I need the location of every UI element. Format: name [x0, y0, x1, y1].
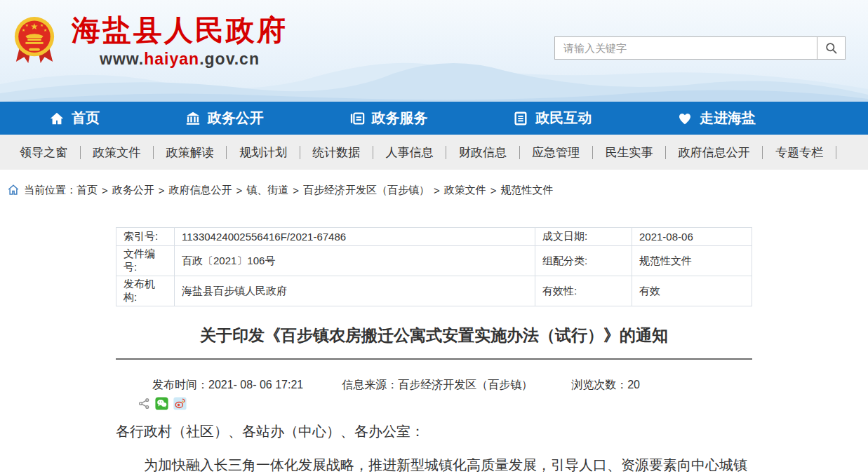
crumb-gov-open[interactable]: 政务公开	[112, 184, 154, 197]
crumb-towns[interactable]: 镇、街道	[246, 184, 288, 197]
nav-label: 首页	[72, 109, 100, 128]
validity-label: 有效性:	[535, 276, 632, 306]
subnav-item-leaders[interactable]: 领导之窗	[20, 144, 67, 161]
info-source: 信息来源：百步经济开发区（百步镇）	[342, 378, 533, 393]
nav-label: 走进海盐	[700, 109, 756, 128]
brand-text: 海盐县人民政府 www.haiyan.gov.cn	[72, 14, 288, 69]
divider	[153, 146, 154, 159]
breadcrumb: 当前位置： 首页> 政务公开> 政府信息公开> 镇、街道> 百步经济开发区（百步…	[0, 182, 868, 198]
wechat-share-icon[interactable]	[155, 397, 168, 410]
nav-label: 政民互动	[535, 109, 592, 128]
divider	[373, 146, 373, 159]
subnav-item-livelihood[interactable]: 民生实事	[606, 144, 653, 161]
search-bar	[554, 36, 846, 60]
crumb-policy-docs[interactable]: 政策文件	[444, 184, 486, 197]
article-paragraph: 为加快融入长三角一体化发展战略，推进新型城镇化高质量发展，引导人口、资源要素向中…	[116, 449, 752, 474]
site-url: www.haiyan.gov.cn	[72, 50, 288, 69]
issuer-label: 发布机构:	[116, 276, 175, 306]
crumb-baibu-zone[interactable]: 百步经济开发区（百步镇）	[303, 184, 429, 197]
divider	[665, 146, 666, 159]
crumb-normative: 规范性文件	[501, 184, 554, 197]
subnav-item-policy-read[interactable]: 政策解读	[166, 144, 214, 161]
article-meta: 发布时间：2021- 08- 06 17:21 信息来源：百步经济开发区（百步镇…	[116, 378, 752, 393]
home-icon	[49, 111, 65, 126]
validity-value: 有效	[632, 276, 752, 306]
publish-time-label: 发布时间：	[152, 379, 208, 391]
issuer-value: 海盐县百步镇人民政府	[175, 276, 535, 306]
subnav-item-policy-docs[interactable]: 政策文件	[93, 144, 140, 161]
divider	[80, 146, 81, 159]
article-container: 索引号: 11330424002556416F/2021-67486 成文日期:…	[116, 227, 752, 474]
search-button[interactable]	[817, 37, 845, 59]
home-outline-icon	[7, 184, 20, 196]
crumb-gov-info[interactable]: 政府信息公开	[169, 184, 232, 197]
svg-text:★: ★	[40, 23, 44, 27]
divider	[592, 146, 593, 159]
nav-label: 政务公开	[208, 109, 264, 128]
heart-icon	[677, 111, 693, 126]
national-emblem-icon: ★ ★ ★ ★ ★	[13, 14, 56, 67]
divider	[519, 146, 520, 159]
subnav-item-personnel[interactable]: 人事信息	[386, 144, 434, 161]
subnav-item-plans[interactable]: 规划计划	[239, 144, 287, 161]
main-navigation: 首页 政务公开 政务服务 政民互动 走进海盐	[0, 102, 868, 135]
search-input[interactable]	[555, 37, 817, 59]
publish-time-value: 2021- 08- 06 17:21	[208, 379, 303, 391]
category-value: 规范性文件	[632, 246, 752, 276]
share-bar	[116, 397, 752, 410]
svg-text:★: ★	[25, 23, 29, 27]
svg-text:★: ★	[44, 28, 47, 32]
breadcrumb-separator: >	[490, 184, 497, 196]
nav-item-gov-service[interactable]: 政务服务	[349, 109, 428, 128]
site-title: 海盐县人民政府	[72, 14, 288, 47]
url-prefix: www.	[100, 50, 144, 68]
site-logo[interactable]: ★ ★ ★ ★ ★ 海盐县人民政府 www.haiyan.gov.cn	[13, 14, 288, 69]
table-row: 发布机构: 海盐县百步镇人民政府 有效性: 有效	[116, 276, 752, 306]
category-label: 组配分类:	[535, 246, 632, 276]
doc-number-label: 文件编号:	[116, 246, 175, 276]
index-number-label: 索引号:	[116, 228, 175, 246]
article-salutation: 各行政村（社区）、各站办（中心）、各办公室：	[116, 417, 752, 445]
url-suffix: .gov.cn	[199, 50, 260, 68]
table-row: 索引号: 11330424002556416F/2021-67486 成文日期:…	[116, 228, 752, 246]
divider	[300, 146, 300, 159]
service-doc-icon	[349, 111, 365, 126]
divider	[836, 146, 836, 159]
view-count: 浏览次数：20	[571, 378, 640, 393]
index-number-value: 11330424002556416F/2021-67486	[175, 228, 535, 246]
nav-item-interaction[interactable]: 政民互动	[513, 109, 592, 128]
subnav-item-emergency[interactable]: 应急管理	[532, 144, 580, 161]
nav-item-gov-info[interactable]: 政务公开	[185, 109, 264, 128]
weibo-share-icon[interactable]	[173, 397, 187, 410]
breadcrumb-separator: >	[102, 184, 108, 196]
issue-date-label: 成文日期:	[535, 228, 632, 246]
subnav-item-finance[interactable]: 财政信息	[459, 144, 507, 161]
list-doc-icon	[513, 111, 528, 126]
breadcrumb-label: 当前位置：	[24, 184, 76, 197]
nav-item-visit-haiyan[interactable]: 走进海盐	[677, 109, 756, 128]
nav-item-home[interactable]: 首页	[49, 109, 100, 128]
nav-label: 政务服务	[372, 109, 428, 128]
divider	[762, 146, 763, 159]
table-row: 文件编号: 百政〔2021〕106号 组配分类: 规范性文件	[116, 246, 752, 276]
crumb-home[interactable]: 首页	[76, 184, 98, 197]
breadcrumb-separator: >	[293, 184, 299, 196]
subnav-item-statistics[interactable]: 统计数据	[312, 144, 360, 161]
info-source-value: 百步经济开发区（百步镇）	[398, 379, 533, 391]
title-divider	[116, 358, 752, 360]
divider	[226, 146, 227, 159]
secondary-navigation: 领导之窗 政策文件 政策解读 规划计划 统计数据 人事信息 财政信息 应急管理 …	[0, 135, 868, 170]
breadcrumb-separator: >	[434, 184, 440, 196]
share-icon[interactable]	[138, 398, 150, 409]
doc-info-table: 索引号: 11330424002556416F/2021-67486 成文日期:…	[116, 227, 752, 306]
breadcrumb-separator: >	[236, 184, 243, 196]
doc-number-value: 百政〔2021〕106号	[175, 246, 535, 276]
issue-date-value: 2021-08-06	[632, 228, 752, 246]
subnav-item-gov-info-pub[interactable]: 政府信息公开	[679, 144, 750, 161]
publish-time: 发布时间：2021- 08- 06 17:21	[152, 378, 303, 393]
site-header: ★ ★ ★ ★ ★ 海盐县人民政府 www.haiyan.gov.cn	[0, 0, 868, 102]
page-title: 关于印发《百步镇农房搬迁公寓式安置实施办法（试行）》的通知	[116, 325, 752, 346]
view-count-label: 浏览次数：	[571, 379, 627, 391]
divider	[446, 146, 446, 159]
subnav-item-specials[interactable]: 专题专栏	[775, 144, 823, 161]
